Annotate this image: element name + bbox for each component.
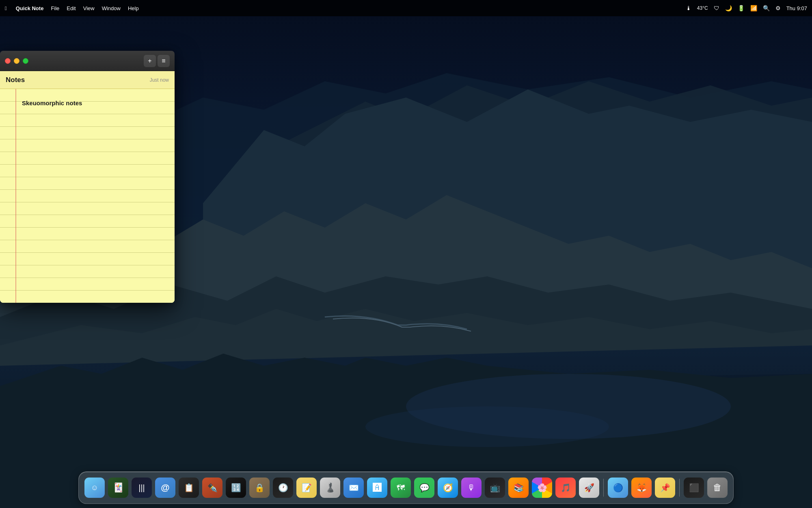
quick-note-window: + ≡ Notes Just now Skeuomorphic notes — [0, 51, 175, 303]
clock-icon: 🕐 — [273, 478, 293, 498]
control-center-icon[interactable]: ⚙ — [775, 5, 781, 11]
books-icon: 📚 — [508, 478, 529, 498]
barcode-icon: ||| — [132, 478, 152, 498]
dock-separator — [603, 479, 604, 497]
dock-clock[interactable]: 🕐 — [272, 477, 294, 499]
menubar-left:  Quick Note File Edit View Window Help — [5, 5, 686, 11]
menu-edit[interactable]: Edit — [67, 5, 76, 11]
dock-stickies2[interactable]: 📌 — [654, 477, 676, 499]
dock-pen[interactable]: ✒️ — [201, 477, 223, 499]
dock-separator-2 — [679, 479, 680, 497]
dock-maps[interactable]: 🗺 — [390, 477, 412, 499]
app-name[interactable]: Quick Note — [16, 5, 44, 11]
titlebar-actions: + ≡ — [144, 55, 170, 67]
note-text[interactable]: Skeuomorphic notes — [22, 97, 169, 109]
margin-line — [15, 89, 16, 303]
menubar-right: 🌡 43°C 🛡 🌙 🔋 📶 🔍 ⚙ Thu 9:07 — [686, 5, 807, 11]
dock-terminal[interactable]: ⬛ — [683, 477, 705, 499]
temperature-display: 43°C — [697, 5, 708, 11]
mail-at-icon: @ — [155, 478, 175, 498]
dock-todo[interactable]: 📋 — [178, 477, 200, 499]
temperature-icon: 🌡 — [686, 5, 691, 11]
dock-barcode[interactable]: ||| — [131, 477, 153, 499]
stickies2-icon: 📌 — [655, 478, 675, 498]
pen-icon: ✒️ — [202, 478, 222, 498]
battery-icon[interactable]: 🔋 — [738, 5, 745, 11]
menu-file[interactable]: File — [51, 5, 59, 11]
dock-firefox[interactable]: 🦊 — [631, 477, 652, 499]
lined-paper-background — [0, 89, 175, 303]
maximize-button[interactable] — [23, 58, 28, 64]
mail-icon: ✉️ — [343, 478, 364, 498]
close-button[interactable] — [5, 58, 11, 64]
note-title[interactable]: Notes — [6, 76, 25, 84]
dock-calculator[interactable]: 🔢 — [225, 477, 247, 499]
list-view-button[interactable]: ≡ — [158, 55, 170, 67]
menu-view[interactable]: View — [83, 5, 95, 11]
klondike-icon: 🃏 — [108, 478, 128, 498]
photos-icon: 🌸 — [532, 478, 552, 498]
finder-icon: ☺ — [84, 478, 105, 498]
dock-chess[interactable]: ♟️ — [319, 477, 341, 499]
maps-icon: 🗺 — [391, 478, 411, 498]
dock-launchpad[interactable]: 🚀 — [578, 477, 600, 499]
wifi-icon[interactable]: 📶 — [750, 5, 757, 11]
menu-help[interactable]: Help — [128, 5, 139, 11]
appstore-icon: 🅰 — [367, 478, 387, 498]
dock-safari[interactable]: 🧭 — [437, 477, 459, 499]
security-app-icon: 🔒 — [249, 478, 270, 498]
menu-window[interactable]: Window — [102, 5, 121, 11]
podcasts-icon: 🎙 — [461, 478, 482, 498]
dock-finder-open[interactable]: 🔵 — [607, 477, 629, 499]
dock-trash[interactable]: 🗑 — [706, 477, 728, 499]
trash-icon: 🗑 — [707, 478, 728, 498]
todo-icon: 📋 — [179, 478, 199, 498]
launchpad-icon: 🚀 — [579, 478, 599, 498]
firefox-icon: 🦊 — [631, 478, 652, 498]
dock-security[interactable]: 🔒 — [248, 477, 270, 499]
svg-text:☺: ☺ — [91, 484, 98, 492]
terminal-icon: ⬛ — [684, 478, 704, 498]
dock-books[interactable]: 📚 — [508, 477, 529, 499]
svg-point-2 — [365, 406, 609, 447]
window-titlebar: + ≡ — [0, 51, 175, 71]
dock-podcasts[interactable]: 🎙 — [460, 477, 482, 499]
music-icon: 🎵 — [555, 478, 576, 498]
safari-icon: 🧭 — [438, 478, 458, 498]
tv-icon: 📺 — [485, 478, 505, 498]
dock-tv[interactable]: 📺 — [484, 477, 506, 499]
dock-appstore[interactable]: 🅰 — [366, 477, 388, 499]
dock-messages[interactable]: 💬 — [413, 477, 435, 499]
add-note-button[interactable]: + — [144, 55, 156, 67]
note-header: Notes Just now — [0, 71, 175, 89]
window-controls — [5, 58, 28, 64]
chess-icon: ♟️ — [320, 478, 340, 498]
dock-klondike[interactable]: 🃏 — [107, 477, 129, 499]
dock-photos[interactable]: 🌸 — [531, 477, 553, 499]
dock-mail[interactable]: ✉️ — [343, 477, 365, 499]
note-content[interactable]: Skeuomorphic notes — [0, 89, 175, 303]
dock: ☺ 🃏 ||| @ 📋 ✒️ 🔢 — [78, 471, 734, 504]
apple-menu[interactable]:  — [5, 5, 7, 11]
note-timestamp: Just now — [150, 77, 169, 83]
search-icon[interactable]: 🔍 — [763, 5, 770, 11]
dock-mail-at[interactable]: @ — [154, 477, 176, 499]
messages-icon: 💬 — [414, 478, 434, 498]
dock-finder[interactable]: ☺ — [84, 477, 106, 499]
calculator-icon: 🔢 — [226, 478, 246, 498]
menubar:  Quick Note File Edit View Window Help … — [0, 0, 812, 16]
finder-open-icon: 🔵 — [608, 478, 628, 498]
stickies-icon: 📝 — [296, 478, 317, 498]
minimize-button[interactable] — [14, 58, 19, 64]
darkmode-icon[interactable]: 🌙 — [725, 5, 732, 11]
dock-stickies[interactable]: 📝 — [296, 477, 317, 499]
security-icon[interactable]: 🛡 — [714, 5, 719, 11]
clock-display: Thu 9:07 — [786, 5, 807, 11]
dock-music[interactable]: 🎵 — [555, 477, 577, 499]
